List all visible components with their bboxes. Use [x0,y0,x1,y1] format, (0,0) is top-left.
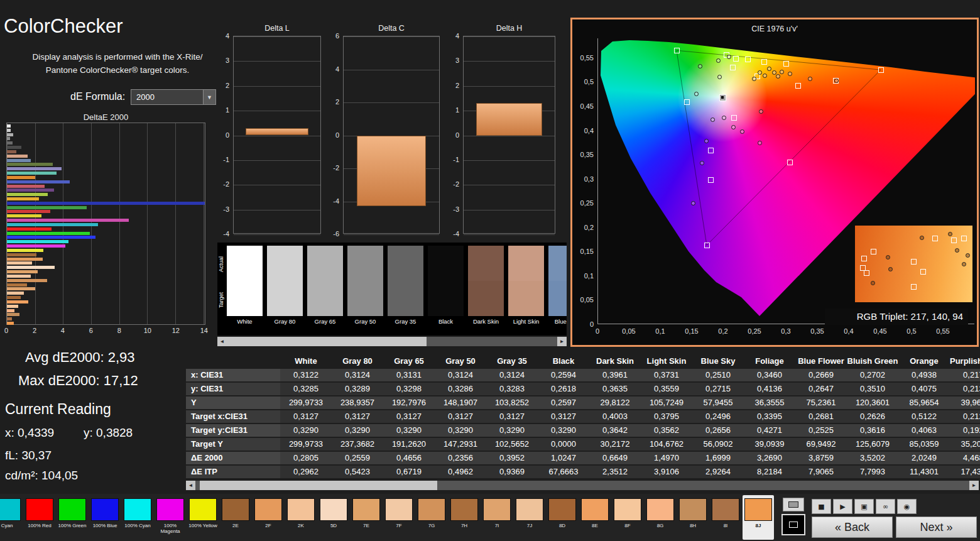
scroll-left-arrow-icon[interactable]: ◄ [186,481,195,490]
axis-tick-label: 4 [335,65,339,73]
de-bar [7,309,14,312]
target-marker [684,99,690,105]
back-button[interactable]: « Back [812,516,893,538]
patch-100-blue[interactable]: 100% Blue [89,495,121,540]
table-cell: 0,3127 [332,410,383,423]
de-bar [7,236,95,239]
patch-100-magenta[interactable]: 100% Magenta [155,495,186,540]
cie-ylabels: 00,050,10,150,20,250,30,350,40,450,50,55 [572,38,596,324]
patch-8f[interactable]: 8F [612,495,643,540]
patch-8h[interactable]: 8H [677,495,709,540]
de-formula-select[interactable]: 2000 ▼ [131,89,216,105]
camera-button[interactable]: ◉ [897,499,917,514]
patch-8j[interactable]: 8J [743,495,774,540]
patch-8i[interactable]: 8I [710,495,741,540]
patch-8d[interactable]: 8D [547,495,578,540]
patch-label: 7H [449,523,480,528]
de-bar [7,253,36,256]
patch-7i[interactable]: 7I [481,495,513,540]
table-cell: 0,3559 [641,383,692,395]
patch-2k[interactable]: 2K [285,495,317,540]
pattern-window-button[interactable] [781,514,805,535]
table-cell: 0,3127 [486,410,538,423]
patch-swatch [58,498,86,521]
table-row: Target Y299,9733237,3682191,2620147,2931… [186,438,980,451]
next-button[interactable]: Next » [896,516,977,538]
capture-button[interactable]: ▣ [854,499,874,514]
white-point-marker [719,94,726,101]
bar-row [7,274,205,278]
patch-swatch [679,498,707,521]
delta-c-ylabels: 6420-2-4-6 [325,36,340,234]
patch-swatch [156,498,184,521]
scroll-right-arrow-icon[interactable]: ► [969,481,979,490]
table-cell: 30,2172 [589,438,641,451]
patch-2f[interactable]: 2F [253,495,284,540]
gridline [464,234,555,235]
bar-row [7,201,205,205]
patch-cyan[interactable]: Cyan [0,495,23,540]
white-point-dot [721,96,724,99]
stop-button[interactable]: ■ [812,499,831,514]
axis-tick-label: -3 [453,205,459,213]
measurement-marker [710,117,715,122]
play-button[interactable]: ▶ [833,499,852,514]
patch-7f[interactable]: 7F [383,495,415,540]
swatch-column: Gray 35 [388,246,423,325]
scrollbar-thumb[interactable] [227,337,427,346]
bar-row [7,227,205,231]
inset-target-marker [911,284,917,290]
delta-h-chart: Delta H 43210-1-2-3-4 [463,24,555,234]
play-icon: ▶ [840,503,845,511]
bar-row [7,188,205,192]
table-cell: 0,3124 [435,369,486,381]
table-cell: 0,4271 [744,424,795,437]
patch-7j[interactable]: 7J [514,495,545,540]
scrollbar-thumb[interactable] [200,481,437,490]
de-bar [7,266,55,269]
axis-tick-label: 0 [590,320,594,328]
axis-tick-label: 0,4 [584,127,594,134]
de-bar [7,197,39,200]
patch-label: 2E [220,523,251,528]
patch-7e[interactable]: 7E [351,495,382,540]
table-cell: 0,2559 [332,452,383,464]
gridline [234,160,320,161]
inset-measurement-marker [888,267,893,271]
patch-100-red[interactable]: 100% Red [24,495,55,540]
axis-tick-label: 0,3 [584,175,594,183]
patch-100-green[interactable]: 100% Green [57,495,88,540]
patch-8g[interactable]: 8G [645,495,676,540]
patch-7g[interactable]: 7G [416,495,447,540]
axis-tick-label: 0,2 [718,327,727,335]
corner-cell [186,355,280,368]
patch-100-yellow[interactable]: 100% Yellow [187,495,219,540]
patch-5d[interactable]: 5D [318,495,349,540]
patch-100-cyan[interactable]: 100% Cyan [122,495,153,540]
table-cell: 125,6079 [847,438,898,451]
patch-swatch [483,498,511,521]
bar-row [7,128,205,133]
table-cell: 3,2690 [744,452,795,464]
axis-tick-label: 2 [33,327,36,334]
table-cell: 0,4003 [589,410,641,423]
scroll-right-arrow-icon[interactable]: ► [557,337,567,346]
scroll-left-arrow-icon[interactable]: ◄ [217,337,227,346]
table-cell: 69,9492 [795,438,847,451]
patch-swatch [418,498,445,521]
bar-row [7,133,205,137]
table-scrollbar[interactable]: ◄ ► [186,481,979,490]
patch-2e[interactable]: 2E [220,495,251,540]
bar-row [7,158,205,163]
table-cell: 0,3127 [435,410,486,423]
target-swatch [548,281,567,316]
description-line2: Pantone ColorChecker® target colors. [46,65,189,75]
patch-7h[interactable]: 7H [449,495,480,540]
table-cell: 2,0249 [898,452,950,464]
swatch-strip-scrollbar[interactable]: ◄ ► [217,337,567,346]
gridline [464,160,555,161]
measurement-marker [772,70,776,75]
patch-8e[interactable]: 8E [579,495,611,540]
loop-button[interactable]: ∞ [876,499,895,514]
pattern-settings-button[interactable] [783,498,804,511]
